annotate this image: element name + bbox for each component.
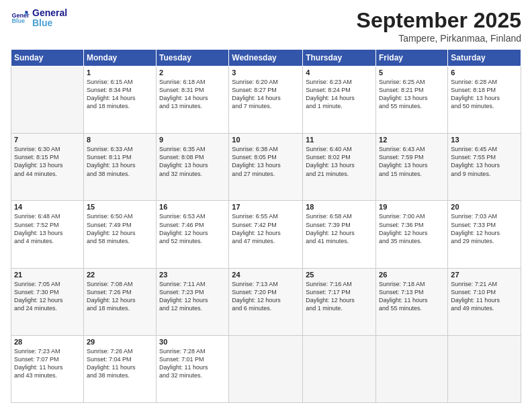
day-number: 1 (87, 68, 153, 77)
day-info: Sunrise: 6:45 AMSunset: 7:55 PMDaylight:… (451, 145, 518, 178)
page: General Blue General Blue September 2025… (0, 0, 532, 411)
day-info: Sunrise: 6:25 AMSunset: 8:21 PMDaylight:… (379, 78, 445, 111)
day-info: Sunrise: 7:00 AMSunset: 7:36 PMDaylight:… (379, 212, 445, 245)
day-number: 19 (379, 203, 445, 211)
day-info: Sunrise: 6:18 AMSunset: 8:31 PMDaylight:… (159, 78, 226, 111)
day-info: Sunrise: 6:48 AMSunset: 7:52 PMDaylight:… (14, 212, 81, 245)
day-number: 22 (87, 271, 153, 279)
calendar-cell: 13Sunrise: 6:45 AMSunset: 7:55 PMDayligh… (448, 134, 521, 201)
day-info: Sunrise: 6:20 AMSunset: 8:27 PMDaylight:… (232, 78, 300, 111)
calendar-cell (303, 335, 376, 402)
weekday-header-wednesday: Wednesday (229, 50, 303, 66)
calendar-cell: 7Sunrise: 6:30 AMSunset: 8:15 PMDaylight… (11, 134, 84, 201)
title-block: September 2025 Tampere, Pirkanmaa, Finla… (357, 8, 521, 44)
day-info: Sunrise: 6:38 AMSunset: 8:05 PMDaylight:… (232, 145, 300, 178)
weekday-header-tuesday: Tuesday (157, 50, 229, 66)
week-row-4: 21Sunrise: 7:05 AMSunset: 7:30 PMDayligh… (11, 268, 521, 335)
day-info: Sunrise: 6:50 AMSunset: 7:49 PMDaylight:… (87, 212, 153, 245)
weekday-header-sunday: Sunday (11, 50, 84, 66)
day-info: Sunrise: 6:30 AMSunset: 8:15 PMDaylight:… (14, 145, 81, 178)
week-row-1: 1Sunrise: 6:15 AMSunset: 8:34 PMDaylight… (11, 66, 521, 134)
day-number: 16 (159, 203, 226, 211)
calendar-cell: 2Sunrise: 6:18 AMSunset: 8:31 PMDaylight… (157, 66, 229, 134)
day-number: 29 (87, 338, 153, 346)
week-row-2: 7Sunrise: 6:30 AMSunset: 8:15 PMDaylight… (11, 134, 521, 201)
logo-text-blue: Blue (32, 18, 67, 28)
day-info: Sunrise: 6:43 AMSunset: 7:59 PMDaylight:… (379, 145, 445, 178)
logo-text-general: General (32, 8, 67, 18)
weekday-header-thursday: Thursday (303, 50, 376, 66)
header: General Blue General Blue September 2025… (11, 8, 521, 44)
day-info: Sunrise: 6:33 AMSunset: 8:11 PMDaylight:… (87, 145, 153, 178)
calendar-cell: 22Sunrise: 7:08 AMSunset: 7:26 PMDayligh… (83, 268, 156, 335)
day-info: Sunrise: 6:58 AMSunset: 7:39 PMDaylight:… (306, 212, 373, 245)
day-number: 2 (159, 68, 226, 77)
weekday-header-saturday: Saturday (448, 50, 521, 66)
day-number: 11 (306, 136, 373, 144)
weekday-header-friday: Friday (376, 50, 448, 66)
weekday-header-monday: Monday (83, 50, 156, 66)
calendar-cell: 6Sunrise: 6:28 AMSunset: 8:18 PMDaylight… (448, 66, 521, 134)
day-number: 6 (451, 68, 518, 77)
day-info: Sunrise: 7:26 AMSunset: 7:04 PMDaylight:… (87, 347, 153, 380)
calendar-cell: 3Sunrise: 6:20 AMSunset: 8:27 PMDaylight… (229, 66, 303, 134)
day-number: 14 (14, 203, 81, 211)
day-info: Sunrise: 6:15 AMSunset: 8:34 PMDaylight:… (87, 78, 153, 111)
calendar-cell: 28Sunrise: 7:23 AMSunset: 7:07 PMDayligh… (11, 335, 84, 402)
calendar-cell: 10Sunrise: 6:38 AMSunset: 8:05 PMDayligh… (229, 134, 303, 201)
day-number: 24 (232, 271, 300, 279)
day-number: 27 (451, 271, 518, 279)
calendar-cell: 9Sunrise: 6:35 AMSunset: 8:08 PMDaylight… (157, 134, 229, 201)
calendar-cell: 24Sunrise: 7:13 AMSunset: 7:20 PMDayligh… (229, 268, 303, 335)
calendar-cell: 29Sunrise: 7:26 AMSunset: 7:04 PMDayligh… (83, 335, 156, 402)
day-number: 25 (306, 271, 373, 279)
calendar-cell: 14Sunrise: 6:48 AMSunset: 7:52 PMDayligh… (11, 201, 84, 268)
day-info: Sunrise: 6:35 AMSunset: 8:08 PMDaylight:… (159, 145, 226, 178)
day-number: 17 (232, 203, 300, 211)
day-info: Sunrise: 7:13 AMSunset: 7:20 PMDaylight:… (232, 280, 300, 313)
calendar-cell: 27Sunrise: 7:21 AMSunset: 7:10 PMDayligh… (448, 268, 521, 335)
calendar-cell (11, 66, 84, 134)
calendar-cell: 19Sunrise: 7:00 AMSunset: 7:36 PMDayligh… (376, 201, 448, 268)
day-number: 4 (306, 68, 373, 77)
day-number: 18 (306, 203, 373, 211)
month-title: September 2025 (357, 8, 521, 33)
day-number: 10 (232, 136, 300, 144)
calendar-cell: 21Sunrise: 7:05 AMSunset: 7:30 PMDayligh… (11, 268, 84, 335)
svg-text:Blue: Blue (11, 17, 25, 24)
calendar-cell: 26Sunrise: 7:18 AMSunset: 7:13 PMDayligh… (376, 268, 448, 335)
calendar-cell: 23Sunrise: 7:11 AMSunset: 7:23 PMDayligh… (157, 268, 229, 335)
day-info: Sunrise: 6:40 AMSunset: 8:02 PMDaylight:… (306, 145, 373, 178)
day-number: 20 (451, 203, 518, 211)
calendar-cell: 25Sunrise: 7:16 AMSunset: 7:17 PMDayligh… (303, 268, 376, 335)
calendar-cell: 4Sunrise: 6:23 AMSunset: 8:24 PMDaylight… (303, 66, 376, 134)
day-info: Sunrise: 7:05 AMSunset: 7:30 PMDaylight:… (14, 280, 81, 313)
day-number: 28 (14, 338, 81, 346)
day-number: 30 (159, 338, 226, 346)
weekday-header-row: SundayMondayTuesdayWednesdayThursdayFrid… (11, 50, 521, 66)
calendar-cell: 11Sunrise: 6:40 AMSunset: 8:02 PMDayligh… (303, 134, 376, 201)
logo: General Blue General Blue (11, 8, 67, 29)
day-number: 13 (451, 136, 518, 144)
calendar-cell: 16Sunrise: 6:53 AMSunset: 7:46 PMDayligh… (157, 201, 229, 268)
calendar-cell: 20Sunrise: 7:03 AMSunset: 7:33 PMDayligh… (448, 201, 521, 268)
day-info: Sunrise: 7:16 AMSunset: 7:17 PMDaylight:… (306, 280, 373, 313)
calendar-cell: 5Sunrise: 6:25 AMSunset: 8:21 PMDaylight… (376, 66, 448, 134)
day-number: 15 (87, 203, 153, 211)
calendar: SundayMondayTuesdayWednesdayThursdayFrid… (11, 49, 521, 403)
day-info: Sunrise: 6:23 AMSunset: 8:24 PMDaylight:… (306, 78, 373, 111)
calendar-cell: 18Sunrise: 6:58 AMSunset: 7:39 PMDayligh… (303, 201, 376, 268)
day-number: 7 (14, 136, 81, 144)
day-number: 23 (159, 271, 226, 279)
location: Tampere, Pirkanmaa, Finland (357, 33, 521, 44)
calendar-cell: 17Sunrise: 6:55 AMSunset: 7:42 PMDayligh… (229, 201, 303, 268)
day-info: Sunrise: 6:28 AMSunset: 8:18 PMDaylight:… (451, 78, 518, 111)
calendar-cell (376, 335, 448, 402)
day-info: Sunrise: 7:23 AMSunset: 7:07 PMDaylight:… (14, 347, 81, 380)
day-number: 21 (14, 271, 81, 279)
calendar-cell (448, 335, 521, 402)
calendar-cell: 12Sunrise: 6:43 AMSunset: 7:59 PMDayligh… (376, 134, 448, 201)
day-info: Sunrise: 6:53 AMSunset: 7:46 PMDaylight:… (159, 212, 226, 245)
week-row-3: 14Sunrise: 6:48 AMSunset: 7:52 PMDayligh… (11, 201, 521, 268)
day-info: Sunrise: 7:08 AMSunset: 7:26 PMDaylight:… (87, 280, 153, 313)
